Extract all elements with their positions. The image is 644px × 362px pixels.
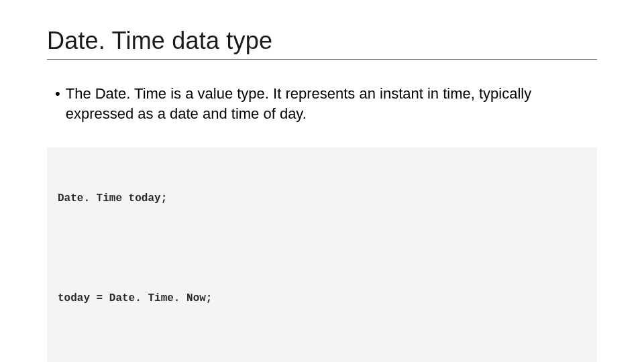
page-title: Date. Time data type [47,27,597,55]
slide: Date. Time data type • The Date. Time is… [0,0,644,362]
bullet-marker: • [55,84,60,104]
code-block: Date. Time today; today = Date. Time. No… [47,147,597,362]
code-blank [58,340,586,357]
code-blank [58,240,586,257]
code-line: today = Date. Time. Now; [58,290,586,307]
bullet-text: The Date. Time is a value type. It repre… [66,84,597,123]
bullet-item: • The Date. Time is a value type. It rep… [55,84,597,123]
code-line: Date. Time today; [58,190,586,207]
title-underline [47,59,597,60]
